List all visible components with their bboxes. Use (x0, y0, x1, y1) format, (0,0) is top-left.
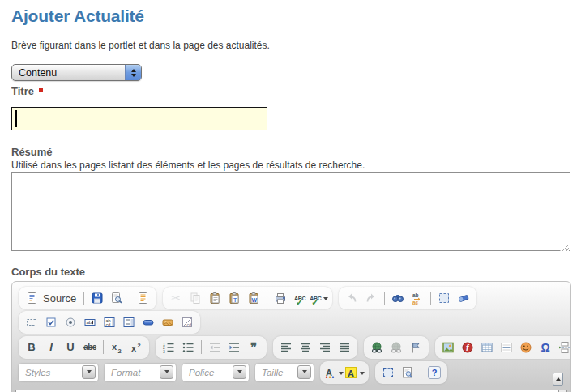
special-character-button[interactable]: Ω (536, 338, 555, 357)
styles-combo-open-button[interactable] (82, 365, 96, 379)
select-all-button[interactable] (434, 288, 454, 308)
text-field-button[interactable]: ab (80, 313, 100, 332)
spell-check-as-you-type-button[interactable]: ABC (310, 288, 329, 308)
numbered-list-button[interactable]: 123 (159, 338, 178, 357)
save-button[interactable] (88, 288, 107, 308)
align-right-icon (318, 341, 331, 354)
svg-text:A: A (348, 368, 354, 377)
bulleted-list-button[interactable] (178, 338, 198, 357)
insert-table-button[interactable] (477, 338, 497, 357)
format-combo-open-button[interactable] (160, 365, 173, 379)
insert-image-button[interactable] (438, 338, 458, 357)
templates-button[interactable] (134, 288, 153, 308)
background-color-button[interactable]: A (344, 363, 365, 382)
horizontal-rule-button[interactable] (497, 338, 516, 357)
svg-text:cd: cd (106, 322, 111, 326)
format-combo[interactable]: Format (105, 364, 176, 381)
about-button[interactable]: ? (425, 363, 444, 382)
toolbar-group: ababcdcd (19, 311, 200, 334)
size-combo-label: Taille (262, 368, 291, 377)
svg-text:A: A (326, 367, 332, 377)
underline-glyph: U (66, 341, 74, 353)
spell-check-button[interactable]: ABC (290, 288, 310, 308)
source-button[interactable]: Source (22, 288, 80, 308)
smiley-button[interactable] (516, 338, 536, 357)
summary-field-wrap (11, 172, 570, 254)
underline-button[interactable]: U (61, 338, 80, 357)
size-combo[interactable]: Taille (255, 364, 314, 381)
bold-button[interactable]: B (22, 338, 41, 357)
summary-textarea[interactable] (11, 172, 570, 251)
font-combo-open-button[interactable] (233, 365, 246, 379)
select-stepper-icon[interactable] (125, 65, 141, 80)
superscript-button[interactable]: x2 (126, 338, 146, 357)
collapse-arrow-icon (556, 375, 561, 381)
editor-toolbar: Source✂TWABCABCabacababcdcdBIUabcx2x2123… (12, 282, 570, 385)
paste-text-button[interactable]: T (224, 288, 244, 308)
insert-table-icon (481, 341, 493, 354)
print-button[interactable] (271, 288, 290, 308)
bulleted-list-icon (182, 341, 194, 354)
preview-button[interactable] (107, 288, 126, 308)
horizontal-rule-icon (500, 341, 513, 354)
radio-button-button[interactable] (61, 313, 80, 332)
size-combo-open-button[interactable] (297, 365, 311, 379)
paste-button[interactable] (205, 288, 224, 308)
paste-from-word-button[interactable]: W (244, 288, 263, 308)
font-combo[interactable]: Police (182, 364, 249, 381)
svg-text:3: 3 (163, 348, 165, 353)
subscript-button[interactable]: x2 (107, 338, 126, 357)
align-center-button[interactable] (296, 338, 315, 357)
justify-button[interactable] (335, 338, 354, 357)
remove-format-button[interactable] (454, 288, 473, 308)
image-button-button[interactable] (158, 313, 177, 332)
form-button-button[interactable] (139, 313, 158, 332)
replace-button[interactable]: abac (408, 288, 427, 308)
toolbar-separator (103, 340, 104, 354)
form-button[interactable] (22, 313, 41, 332)
checkbox-button[interactable] (41, 313, 61, 332)
italic-button[interactable]: I (41, 338, 61, 357)
cut-glyph: ✂ (171, 292, 181, 305)
text-color-button[interactable]: A (323, 363, 344, 382)
text-caret (15, 110, 17, 127)
chevron-down-icon (360, 372, 365, 377)
title-divider (11, 32, 570, 32)
spell-check-as-you-type-glyph: ABC (310, 296, 321, 301)
preview-icon (110, 292, 123, 305)
strikethrough-button[interactable]: abc (80, 338, 100, 357)
image-button-icon (161, 316, 174, 329)
hidden-field-button[interactable]: cd (177, 313, 197, 332)
paste-from-word-icon: W (247, 292, 260, 305)
decrease-indent-icon (208, 341, 221, 354)
align-right-button[interactable] (315, 338, 335, 357)
numbered-list-icon: 123 (162, 341, 175, 354)
content-type-select-value: Contenu (12, 67, 125, 79)
remove-format-icon (457, 292, 470, 305)
form-description: Brève figurant dans le portlet et dans l… (11, 40, 571, 51)
page-title: Ajouter Actualité (11, 6, 571, 26)
insert-flash-button[interactable]: f (458, 338, 477, 357)
increase-indent-button[interactable] (224, 338, 244, 357)
find-button[interactable] (388, 288, 408, 308)
title-input[interactable] (11, 107, 267, 130)
page-break-icon (558, 341, 571, 354)
toolbar-collapse-button[interactable] (553, 373, 563, 386)
toolbar-group: AA (320, 361, 369, 384)
insert-link-icon (370, 341, 383, 354)
textarea-field-button[interactable]: abcd (100, 313, 119, 332)
insert-link-button[interactable] (367, 338, 387, 357)
selection-field-button[interactable] (119, 313, 139, 332)
content-type-select[interactable]: Contenu (11, 64, 142, 81)
blockquote-button[interactable]: ❞ (244, 338, 263, 357)
background-color-icon: A (344, 366, 357, 379)
align-left-button[interactable] (276, 338, 296, 357)
smiley-icon (519, 341, 532, 354)
svg-text:T: T (233, 297, 237, 303)
maximize-button[interactable] (378, 363, 398, 382)
anchor-button[interactable] (406, 338, 425, 357)
styles-combo[interactable]: Styles (19, 364, 98, 381)
show-blocks-button[interactable] (398, 363, 417, 382)
page-break-button[interactable] (555, 338, 571, 357)
toolbar-group: Format (105, 364, 182, 381)
